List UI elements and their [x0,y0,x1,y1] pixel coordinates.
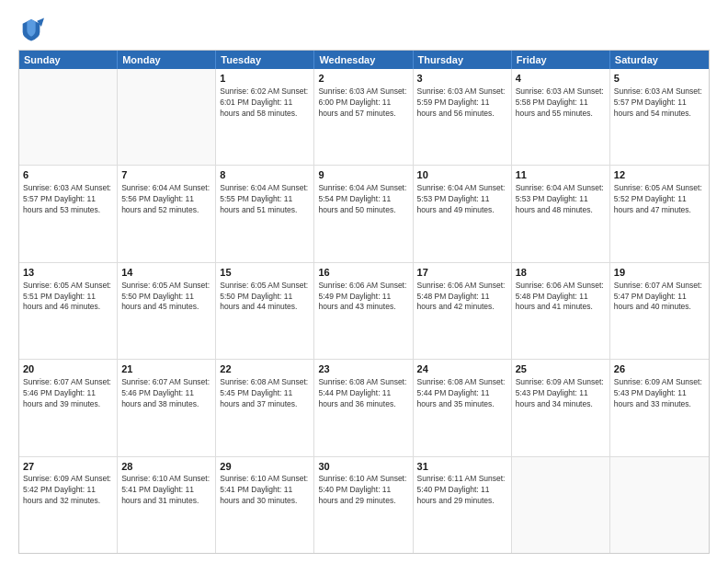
day-info: Sunrise: 6:04 AM Sunset: 5:55 PM Dayligh… [220,183,310,216]
day-number: 2 [318,72,408,86]
cal-week-3: 13Sunrise: 6:05 AM Sunset: 5:51 PM Dayli… [19,263,709,360]
cal-week-4: 20Sunrise: 6:07 AM Sunset: 5:46 PM Dayli… [19,360,709,456]
cal-cell [610,457,709,553]
day-info: Sunrise: 6:05 AM Sunset: 5:50 PM Dayligh… [220,281,310,314]
day-number: 31 [417,460,507,474]
day-info: Sunrise: 6:03 AM Sunset: 5:59 PM Dayligh… [417,86,507,120]
cal-cell: 31Sunrise: 6:11 AM Sunset: 5:40 PM Dayli… [414,457,512,553]
page: SundayMondayTuesdayWednesdayThursdayFrid… [0,0,728,563]
cal-cell: 6Sunrise: 6:03 AM Sunset: 5:57 PM Daylig… [19,166,118,261]
day-number: 26 [614,362,705,376]
day-number: 6 [23,168,113,182]
cal-cell: 29Sunrise: 6:10 AM Sunset: 5:41 PM Dayli… [216,457,314,553]
header-cell-wednesday: Wednesday [314,51,413,69]
cal-cell: 22Sunrise: 6:08 AM Sunset: 5:45 PM Dayli… [216,360,314,455]
day-number: 27 [23,460,113,474]
cal-cell [512,457,610,553]
cal-week-2: 6Sunrise: 6:03 AM Sunset: 5:57 PM Daylig… [19,166,709,262]
day-info: Sunrise: 6:09 AM Sunset: 5:43 PM Dayligh… [614,377,705,410]
day-number: 12 [614,168,705,182]
day-info: Sunrise: 6:05 AM Sunset: 5:52 PM Dayligh… [614,183,705,216]
cal-week-1: 1Sunrise: 6:02 AM Sunset: 6:01 PM Daylig… [19,69,709,166]
day-info: Sunrise: 6:06 AM Sunset: 5:48 PM Dayligh… [516,281,606,314]
cal-cell: 16Sunrise: 6:06 AM Sunset: 5:49 PM Dayli… [314,263,413,359]
cal-cell: 15Sunrise: 6:05 AM Sunset: 5:50 PM Dayli… [216,263,314,359]
day-number: 4 [516,72,606,86]
cal-cell: 20Sunrise: 6:07 AM Sunset: 5:46 PM Dayli… [19,360,118,455]
calendar-header: SundayMondayTuesdayWednesdayThursdayFrid… [19,51,709,69]
day-info: Sunrise: 6:04 AM Sunset: 5:53 PM Dayligh… [516,183,606,216]
day-number: 30 [318,460,408,474]
day-info: Sunrise: 6:08 AM Sunset: 5:44 PM Dayligh… [417,377,507,410]
cal-cell: 1Sunrise: 6:02 AM Sunset: 6:01 PM Daylig… [216,69,314,165]
day-number: 25 [516,362,606,376]
day-number: 28 [121,460,211,474]
day-number: 14 [121,266,211,280]
day-info: Sunrise: 6:03 AM Sunset: 5:58 PM Dayligh… [516,86,606,120]
day-number: 20 [23,362,113,376]
cal-cell: 23Sunrise: 6:08 AM Sunset: 5:44 PM Dayli… [314,360,413,455]
day-number: 19 [614,266,705,280]
day-number: 11 [516,168,606,182]
day-number: 29 [220,460,310,474]
day-number: 3 [417,72,507,86]
header-cell-tuesday: Tuesday [216,51,314,69]
cal-week-5: 27Sunrise: 6:09 AM Sunset: 5:42 PM Dayli… [19,457,709,553]
header-cell-saturday: Saturday [610,51,709,69]
logo [18,17,48,42]
cal-cell: 27Sunrise: 6:09 AM Sunset: 5:42 PM Dayli… [19,457,118,553]
cal-cell: 3Sunrise: 6:03 AM Sunset: 5:59 PM Daylig… [414,69,512,165]
cal-cell: 14Sunrise: 6:05 AM Sunset: 5:50 PM Dayli… [118,263,216,359]
day-number: 17 [417,266,507,280]
day-info: Sunrise: 6:02 AM Sunset: 6:01 PM Dayligh… [220,86,310,120]
day-number: 22 [220,362,310,376]
cal-cell: 19Sunrise: 6:07 AM Sunset: 5:47 PM Dayli… [610,263,709,359]
cal-cell: 28Sunrise: 6:10 AM Sunset: 5:41 PM Dayli… [118,457,216,553]
day-number: 21 [121,362,211,376]
cal-cell: 4Sunrise: 6:03 AM Sunset: 5:58 PM Daylig… [512,69,610,165]
day-number: 24 [417,362,507,376]
day-number: 23 [318,362,408,376]
day-info: Sunrise: 6:04 AM Sunset: 5:56 PM Dayligh… [121,183,211,216]
header-cell-friday: Friday [512,51,610,69]
cal-cell: 26Sunrise: 6:09 AM Sunset: 5:43 PM Dayli… [610,360,709,455]
day-info: Sunrise: 6:07 AM Sunset: 5:47 PM Dayligh… [614,281,705,314]
header-cell-monday: Monday [118,51,216,69]
day-number: 16 [318,266,408,280]
cal-cell: 24Sunrise: 6:08 AM Sunset: 5:44 PM Dayli… [414,360,512,455]
cal-cell: 11Sunrise: 6:04 AM Sunset: 5:53 PM Dayli… [512,166,610,261]
day-info: Sunrise: 6:09 AM Sunset: 5:43 PM Dayligh… [516,377,606,410]
day-info: Sunrise: 6:11 AM Sunset: 5:40 PM Dayligh… [417,474,507,507]
cal-cell: 13Sunrise: 6:05 AM Sunset: 5:51 PM Dayli… [19,263,118,359]
calendar-body: 1Sunrise: 6:02 AM Sunset: 6:01 PM Daylig… [19,69,709,553]
day-number: 8 [220,168,310,182]
header-cell-thursday: Thursday [414,51,512,69]
day-info: Sunrise: 6:03 AM Sunset: 5:57 PM Dayligh… [23,183,113,216]
day-info: Sunrise: 6:10 AM Sunset: 5:41 PM Dayligh… [220,474,310,507]
cal-cell: 18Sunrise: 6:06 AM Sunset: 5:48 PM Dayli… [512,263,610,359]
cal-cell: 12Sunrise: 6:05 AM Sunset: 5:52 PM Dayli… [610,166,709,261]
cal-cell [19,69,118,165]
day-number: 15 [220,266,310,280]
day-number: 13 [23,266,113,280]
day-info: Sunrise: 6:04 AM Sunset: 5:53 PM Dayligh… [417,183,507,216]
cal-cell: 25Sunrise: 6:09 AM Sunset: 5:43 PM Dayli… [512,360,610,455]
day-number: 10 [417,168,507,182]
header-cell-sunday: Sunday [19,51,118,69]
day-info: Sunrise: 6:08 AM Sunset: 5:45 PM Dayligh… [220,377,310,410]
day-info: Sunrise: 6:10 AM Sunset: 5:40 PM Dayligh… [318,474,408,507]
cal-cell: 9Sunrise: 6:04 AM Sunset: 5:54 PM Daylig… [314,166,413,261]
day-info: Sunrise: 6:10 AM Sunset: 5:41 PM Dayligh… [121,474,211,507]
cal-cell: 5Sunrise: 6:03 AM Sunset: 5:57 PM Daylig… [610,69,709,165]
cal-cell [118,69,216,165]
cal-cell: 30Sunrise: 6:10 AM Sunset: 5:40 PM Dayli… [314,457,413,553]
day-info: Sunrise: 6:07 AM Sunset: 5:46 PM Dayligh… [121,377,211,410]
day-info: Sunrise: 6:03 AM Sunset: 5:57 PM Dayligh… [614,86,705,120]
day-info: Sunrise: 6:03 AM Sunset: 6:00 PM Dayligh… [318,86,408,120]
day-number: 5 [614,72,705,86]
day-number: 9 [318,168,408,182]
day-info: Sunrise: 6:06 AM Sunset: 5:48 PM Dayligh… [417,281,507,314]
day-info: Sunrise: 6:05 AM Sunset: 5:51 PM Dayligh… [23,281,113,314]
day-info: Sunrise: 6:06 AM Sunset: 5:49 PM Dayligh… [318,281,408,314]
day-info: Sunrise: 6:07 AM Sunset: 5:46 PM Dayligh… [23,377,113,410]
